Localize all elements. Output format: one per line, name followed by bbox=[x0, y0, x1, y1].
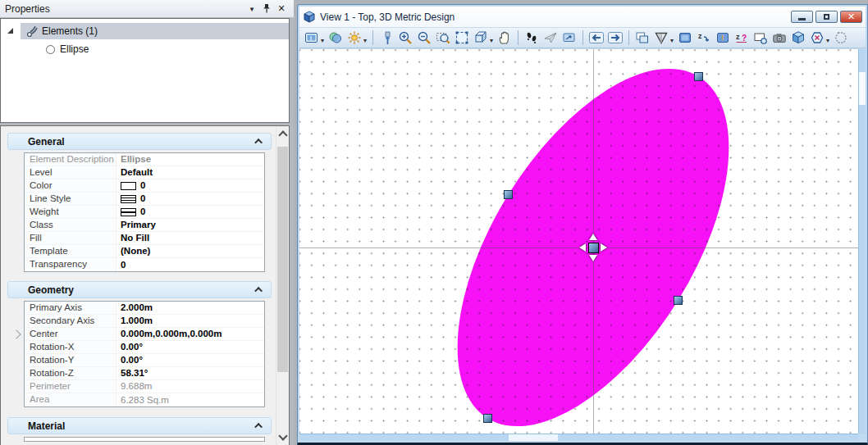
navigate-view-button[interactable] bbox=[561, 30, 578, 46]
property-row: Secondary Axis1.000m bbox=[25, 315, 264, 328]
ellipse-center-move-handle[interactable] bbox=[588, 243, 599, 253]
pin-button[interactable] bbox=[259, 2, 274, 16]
restore-icon bbox=[824, 14, 829, 20]
pin-icon bbox=[262, 3, 272, 14]
property-row: Area6.283 Sq.m bbox=[25, 393, 264, 406]
svg-text:i: i bbox=[310, 35, 312, 41]
weight-swatch[interactable] bbox=[121, 208, 136, 216]
panel-scrollbar[interactable] bbox=[276, 126, 289, 445]
camera-settings-button[interactable] bbox=[771, 30, 788, 46]
view-previous-button[interactable] bbox=[588, 30, 605, 46]
adjust-brightness-button[interactable] bbox=[346, 30, 363, 46]
ellipse-handle-top[interactable] bbox=[694, 72, 703, 81]
section-clip-button[interactable] bbox=[833, 30, 849, 46]
view-next-button[interactable] bbox=[607, 30, 624, 46]
show-display-depth-button[interactable]: ! bbox=[715, 30, 731, 46]
view-attributes-button[interactable]: i bbox=[304, 30, 320, 46]
chevron-down-icon[interactable]: ▾ bbox=[826, 37, 829, 44]
panel-close-button[interactable]: ✕ bbox=[274, 2, 289, 16]
property-row: Weight0 bbox=[25, 206, 264, 219]
view-title: View 1 - Top, 3D Metric Design bbox=[320, 11, 788, 23]
property-row: ClassPrimary bbox=[25, 219, 264, 232]
properties-panel: Properties ▾ ✕ Elements (1) Ellipse Gene… bbox=[0, 0, 294, 445]
scroll-down-icon[interactable] bbox=[278, 431, 287, 440]
copy-view-button[interactable] bbox=[634, 30, 651, 46]
chevron-down-icon[interactable]: ▾ bbox=[490, 37, 493, 44]
property-row: FillNo Fill bbox=[25, 232, 264, 245]
property-row-center: Center0.000m,0.000m,0.000m bbox=[25, 328, 264, 341]
view-titlebar[interactable]: View 1 - Top, 3D Metric Design ✕ bbox=[299, 7, 866, 27]
scrollbar-corner bbox=[858, 434, 866, 441]
ellipse-handle-right[interactable] bbox=[674, 296, 683, 305]
fit-view-button[interactable] bbox=[454, 30, 470, 46]
ellipse-handle-bottom[interactable] bbox=[483, 414, 492, 423]
tree-expanded-icon[interactable] bbox=[7, 28, 13, 34]
property-row: Element DescriptionEllipse bbox=[25, 153, 264, 166]
close-button[interactable]: ✕ bbox=[840, 11, 862, 23]
window-area-button[interactable] bbox=[435, 30, 451, 46]
panel-menu-button[interactable]: ▾ bbox=[244, 2, 259, 16]
drawing-canvas[interactable] bbox=[299, 49, 858, 434]
zoom-in-button[interactable] bbox=[397, 30, 413, 46]
property-row: Transparency0 bbox=[25, 258, 264, 271]
saved-views-button[interactable] bbox=[752, 30, 769, 46]
show-active-depth-button[interactable]: z? bbox=[733, 30, 750, 46]
color-swatch[interactable] bbox=[121, 182, 136, 190]
ellipse-handle-left[interactable] bbox=[504, 190, 513, 199]
tree-row-ellipse[interactable]: Ellipse bbox=[1, 40, 289, 58]
property-row: Line Style0 bbox=[25, 193, 264, 206]
rotate-view-button[interactable] bbox=[473, 30, 489, 46]
render-view-button[interactable] bbox=[790, 30, 806, 46]
toolbar-separator bbox=[518, 30, 519, 45]
display-style-button[interactable] bbox=[327, 30, 344, 46]
section-header-geometry[interactable]: Geometry bbox=[7, 281, 272, 298]
elements-tree: Elements (1) Ellipse bbox=[0, 18, 290, 123]
chevron-down-icon[interactable]: ▾ bbox=[363, 37, 367, 44]
scrollbar-thumb[interactable] bbox=[859, 72, 866, 105]
chevron-down-icon: ▾ bbox=[250, 5, 254, 13]
zoom-out-button[interactable] bbox=[416, 30, 432, 46]
update-view-button[interactable] bbox=[378, 30, 395, 46]
close-icon: ✕ bbox=[847, 12, 855, 21]
chevron-down-icon[interactable]: ▾ bbox=[321, 37, 324, 44]
minimize-button[interactable] bbox=[791, 11, 813, 23]
elements-icon bbox=[25, 25, 39, 38]
clip-volume-tools-button[interactable] bbox=[809, 30, 825, 46]
svg-text:?: ? bbox=[742, 34, 747, 43]
chevron-down-icon[interactable]: ▾ bbox=[670, 37, 674, 44]
geometry-table: Primary Axis2.000m Secondary Axis1.000m … bbox=[24, 301, 265, 407]
toolbar-separator bbox=[372, 30, 373, 45]
walk-button[interactable] bbox=[523, 30, 540, 46]
section-title: Material bbox=[28, 420, 257, 432]
restore-button[interactable] bbox=[815, 11, 838, 23]
close-icon: ✕ bbox=[277, 3, 285, 14]
svg-text:z: z bbox=[736, 33, 740, 41]
clip-volume-button[interactable] bbox=[653, 30, 669, 46]
property-row: Primary Axis2.000m bbox=[25, 302, 264, 315]
view-toolbar: i ▾ ▾ ▾ bbox=[299, 27, 866, 48]
properties-titlebar: Properties ▾ ✕ bbox=[0, 0, 294, 18]
view-vertical-scrollbar[interactable] bbox=[858, 49, 866, 434]
view-horizontal-scrollbar[interactable] bbox=[299, 434, 858, 441]
vertical-axis-line bbox=[593, 49, 594, 434]
scrollbar-thumb[interactable] bbox=[277, 147, 288, 372]
property-row: Perimeter9.688m bbox=[25, 380, 264, 393]
section-header-material[interactable]: Material bbox=[7, 417, 272, 434]
expand-chevron-icon[interactable] bbox=[11, 329, 21, 338]
clip-mask-button[interactable] bbox=[677, 30, 693, 46]
property-row: Color0 bbox=[25, 179, 264, 193]
section-title: Geometry bbox=[28, 284, 257, 296]
section-header-general[interactable]: General bbox=[7, 133, 272, 150]
scroll-up-icon[interactable] bbox=[278, 130, 287, 139]
minimize-icon bbox=[798, 18, 806, 20]
view-cube-icon bbox=[303, 11, 316, 24]
fly-button[interactable] bbox=[542, 30, 559, 46]
property-sections: General Element DescriptionEllipse Level… bbox=[0, 125, 290, 445]
tree-label-ellipse: Ellipse bbox=[60, 43, 89, 55]
set-active-depth-button[interactable]: z bbox=[696, 30, 712, 46]
tree-row-elements[interactable]: Elements (1) bbox=[1, 22, 289, 40]
move-arrow-down-icon bbox=[589, 255, 597, 261]
scrollbar-thumb[interactable] bbox=[509, 434, 558, 441]
pan-view-button[interactable] bbox=[496, 30, 513, 46]
line-style-swatch[interactable] bbox=[121, 195, 136, 203]
